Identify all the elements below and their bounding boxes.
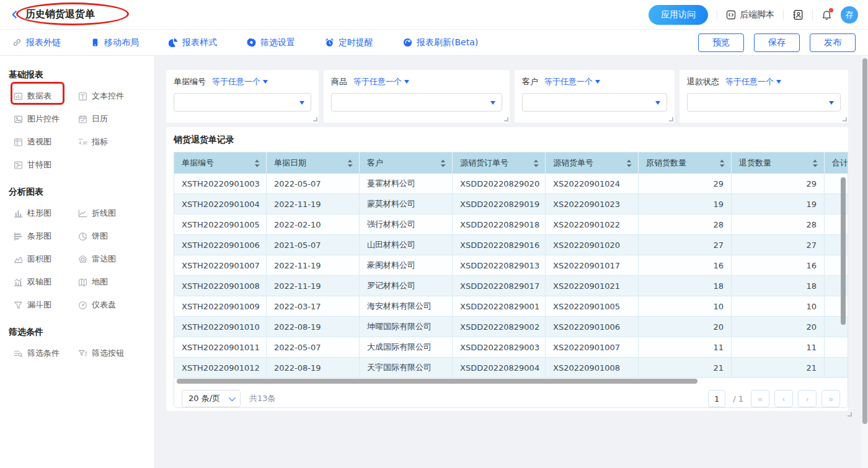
horizontal-scrollbar-thumb[interactable]: [177, 379, 698, 384]
sidebar-item-gauge[interactable]: 仪表盘: [78, 299, 146, 311]
pivot-icon: [14, 138, 23, 147]
sidebar-item-dual-axis-chart[interactable]: 双轴图: [14, 276, 78, 288]
table-cell: XS20220901006: [546, 317, 639, 337]
data-table-widget[interactable]: 销货退货单记录 单据编号单据日期客户源销货订单号源销货单号原销货数量退货数量合计…: [166, 127, 848, 411]
report-title[interactable]: 历史销货退货单: [25, 8, 95, 21]
divider: [812, 10, 813, 20]
filter-operator-dropdown[interactable]: 等于任意一个: [725, 76, 781, 87]
widget-resize-handle[interactable]: [843, 117, 847, 121]
sort-icon[interactable]: [719, 159, 725, 167]
backend-script-button[interactable]: 后端脚本: [726, 9, 774, 20]
widget-resize-handle[interactable]: [504, 117, 508, 121]
sidebar-item-radar-chart[interactable]: 雷达图: [78, 254, 146, 265]
filter-value-select[interactable]: [522, 93, 667, 112]
table-cell: XSDD20220829020: [453, 174, 546, 193]
filter-value-select[interactable]: [687, 93, 841, 112]
toolbar-item-label: 报表样式: [182, 37, 217, 48]
table-cell: XSTH20220901003: [174, 174, 267, 193]
widget-resize-handle[interactable]: [848, 412, 852, 417]
filter-widget-1[interactable]: 商品等于任意一个: [324, 70, 510, 123]
sidebar-item-column-chart[interactable]: 柱形图: [14, 208, 78, 219]
column-header[interactable]: 原销货数量: [639, 152, 732, 174]
sidebar-item-filter-condition[interactable]: 筛选条件: [14, 348, 78, 359]
toolbar-item-link[interactable]: 报表外链: [12, 37, 61, 48]
sidebar-item-text[interactable]: 文本控件: [78, 91, 146, 102]
sort-icon[interactable]: [533, 159, 539, 167]
table-cell: XSDD20220829018: [453, 214, 546, 234]
page-scrollbar-thumb[interactable]: [862, 58, 867, 424]
filter-widget-2[interactable]: 客户等于任意一个: [515, 70, 675, 123]
app-access-button[interactable]: 应用访问: [649, 5, 708, 25]
toolbar-item-gear[interactable]: 筛选设置: [247, 37, 295, 48]
column-header[interactable]: 合计金额: [825, 152, 848, 174]
last-page-button[interactable]: »: [822, 390, 840, 407]
contacts-button[interactable]: [792, 9, 804, 20]
sort-icon[interactable]: [440, 159, 446, 167]
toolbar-item-refresh[interactable]: 报表刷新(Beta): [403, 37, 478, 48]
area-chart-icon: [14, 255, 23, 264]
sidebar-item-bar-chart[interactable]: 条形图: [14, 231, 78, 242]
column-header[interactable]: 退货数量: [732, 152, 825, 174]
table-row: XSTH202209010082022-11-19罗记材料公司XSDD20220…: [174, 276, 848, 296]
sidebar-item-pivot[interactable]: 透视图: [14, 136, 78, 148]
sidebar-item-calendar[interactable]: 日历: [78, 113, 146, 125]
sidebar-item-image[interactable]: 图片控件: [14, 113, 78, 125]
table-cell: 10: [732, 296, 825, 316]
filter-value-select[interactable]: [174, 93, 311, 112]
toolbar-item-alarm[interactable]: 定时提醒: [325, 37, 373, 48]
toolbar-item-pie-style[interactable]: 报表样式: [169, 37, 217, 48]
column-header[interactable]: 单据编号: [174, 152, 267, 174]
prev-page-button[interactable]: ‹: [774, 390, 793, 407]
widget-resize-handle[interactable]: [669, 117, 673, 121]
horizontal-scrollbar[interactable]: [174, 378, 848, 384]
sidebar-item-map[interactable]: 地图: [78, 276, 146, 288]
sidebar-item-area-chart[interactable]: 面积图: [14, 254, 78, 265]
sort-icon[interactable]: [812, 159, 818, 167]
sidebar-item-pie-chart[interactable]: 饼图: [78, 231, 146, 242]
filter-value-select[interactable]: [331, 93, 502, 112]
vertical-scrollbar-thumb[interactable]: [841, 177, 846, 325]
back-button[interactable]: [10, 10, 19, 19]
column-header[interactable]: 单据日期: [267, 152, 360, 174]
bar-chart-icon: [14, 232, 23, 241]
next-page-button[interactable]: ›: [798, 390, 817, 407]
filter-label: 单据编号: [174, 76, 206, 87]
sidebar-section-title: 分析图表: [9, 187, 146, 198]
avatar[interactable]: 存: [841, 6, 858, 24]
filter-operator-dropdown[interactable]: 等于任意一个: [353, 76, 409, 87]
sidebar-item-filter-button[interactable]: 筛选按钮: [78, 348, 146, 359]
toolbar-item-mobile[interactable]: 移动布局: [91, 37, 139, 48]
filter-operator-dropdown[interactable]: 等于任意一个: [212, 76, 268, 87]
table-cell: XS20220901022: [546, 214, 639, 234]
sidebar-item-funnel-chart[interactable]: 漏斗图: [14, 299, 78, 311]
radar-chart-icon: [78, 255, 87, 264]
notifications-button[interactable]: [822, 9, 832, 20]
sort-icon[interactable]: [347, 159, 353, 167]
sidebar-item-table[interactable]: 数据表: [14, 91, 78, 102]
filter-widget-0[interactable]: 单据编号等于任意一个: [166, 70, 319, 123]
first-page-button[interactable]: «: [751, 390, 769, 407]
save-button[interactable]: 保存: [754, 33, 800, 52]
column-header[interactable]: 源销货单号: [546, 152, 639, 174]
sidebar-item-gantt[interactable]: 甘特图: [14, 159, 78, 170]
filter-widget-3[interactable]: 退款状态等于任意一个: [680, 70, 848, 123]
preview-button[interactable]: 预览: [698, 33, 744, 52]
sidebar-item-line-chart[interactable]: 折线图: [78, 208, 146, 219]
sort-icon[interactable]: [254, 159, 260, 167]
table-cell: XSDD20220829001: [453, 296, 546, 316]
page-number-input[interactable]: 1: [708, 390, 725, 407]
column-header-label: 合计金额: [832, 157, 848, 169]
sort-icon[interactable]: [626, 159, 632, 167]
filter-operator-dropdown[interactable]: 等于任意一个: [544, 76, 600, 87]
sidebar-item-metric[interactable]: 4,80指标: [78, 136, 146, 148]
table-cell: 2022-02-10: [267, 214, 360, 234]
column-header[interactable]: 源销货订单号: [453, 152, 546, 174]
column-header[interactable]: 客户: [360, 152, 453, 174]
table-cell: XS20220901005: [546, 296, 639, 316]
toolbar-item-label: 筛选设置: [260, 37, 295, 48]
page-scrollbar[interactable]: [862, 56, 868, 468]
table-row: XSTH202209010112022-05-07大成国际有限公司XSDD202…: [174, 337, 848, 358]
publish-button[interactable]: 发布: [810, 33, 856, 52]
page-size-select[interactable]: 20 条/页: [182, 390, 241, 407]
widget-resize-handle[interactable]: [313, 117, 317, 121]
